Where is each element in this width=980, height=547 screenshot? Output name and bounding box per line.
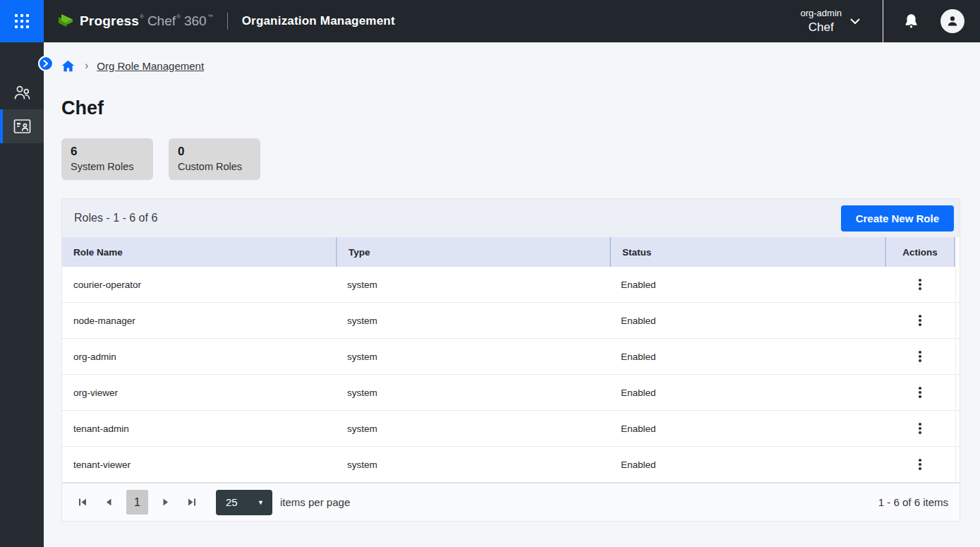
cell-role-name: org-admin — [62, 339, 336, 374]
column-header-actions: Actions — [885, 237, 955, 267]
page-size-select[interactable]: 25 ▼ — [216, 490, 272, 515]
next-page-button[interactable] — [157, 494, 174, 511]
current-page-button[interactable]: 1 — [126, 490, 148, 515]
chevron-right-icon — [43, 60, 49, 67]
first-page-button[interactable] — [74, 494, 91, 511]
user-avatar-icon — [946, 15, 959, 28]
cell-status: Enabled — [610, 339, 885, 374]
column-header-type: Type — [336, 237, 610, 267]
brand-edition: 360 — [184, 13, 207, 29]
row-actions-menu-button[interactable] — [913, 419, 927, 438]
roles-table-title: Roles - 1 - 6 of 6 — [74, 212, 157, 224]
app-title: Organization Management — [242, 14, 395, 28]
row-actions-menu-button[interactable] — [913, 311, 927, 330]
table-row: tenant-admin system Enabled — [62, 411, 960, 447]
page-size-value: 25 — [226, 496, 238, 508]
cell-role-name: org-viewer — [62, 375, 336, 410]
cell-status: Enabled — [610, 303, 885, 338]
sidebar-expand-button[interactable] — [38, 56, 54, 71]
select-caret-icon: ▼ — [258, 499, 264, 506]
page-title: Chef — [61, 97, 980, 119]
cell-type: system — [336, 375, 610, 410]
sidebar-item-users[interactable] — [0, 76, 44, 109]
cell-type: system — [336, 339, 610, 374]
table-row: org-admin system Enabled — [62, 339, 960, 375]
scrollbar-gutter — [955, 237, 960, 267]
row-actions-menu-button[interactable] — [913, 347, 927, 366]
column-header-role-name: Role Name — [62, 237, 336, 267]
cell-role-name: courier-operator — [62, 267, 336, 302]
chevron-down-icon[interactable] — [850, 18, 860, 25]
items-per-page-label: items per page — [280, 496, 350, 508]
breadcrumb-separator-icon: › — [85, 59, 88, 72]
cell-role-name: node-manager — [62, 303, 336, 338]
table-row: org-viewer system Enabled — [62, 375, 960, 411]
user-menu-button[interactable] — [940, 9, 964, 33]
custom-roles-count: 0 — [178, 145, 260, 159]
org-name-label: Chef — [809, 20, 834, 35]
first-page-icon — [78, 498, 87, 506]
table-header-row: Role Name Type Status Actions — [62, 237, 960, 267]
cell-role-name: tenant-admin — [62, 411, 336, 446]
bell-icon — [903, 13, 919, 30]
row-actions-menu-button[interactable] — [913, 455, 927, 474]
table-pagination-bar: 1 25 ▼ items per page 1 - 6 of 6 items — [62, 483, 960, 521]
cell-status: Enabled — [610, 447, 885, 482]
roles-table-toolbar: Roles - 1 - 6 of 6 Create New Role — [62, 199, 960, 237]
last-page-icon — [188, 498, 196, 506]
cell-status: Enabled — [610, 411, 885, 446]
cell-status: Enabled — [610, 375, 885, 410]
main-content: › Org Role Management Chef 6 System Role… — [44, 42, 980, 547]
org-role-label: org-admin — [800, 8, 842, 18]
breadcrumb-home-link[interactable] — [61, 60, 75, 72]
column-header-status: Status — [610, 237, 885, 267]
brand-progress-mark: ® — [140, 13, 144, 20]
pagination-range-label: 1 - 6 of 6 items — [878, 496, 948, 508]
cell-type: system — [336, 303, 610, 338]
last-page-button[interactable] — [183, 494, 200, 511]
brand-edition-mark: ™ — [207, 13, 213, 20]
org-switcher[interactable]: org-admin Chef — [800, 8, 842, 35]
previous-page-icon — [106, 498, 111, 506]
table-body: courier-operator system Enabled node-man… — [62, 267, 960, 483]
roles-table-card: Roles - 1 - 6 of 6 Create New Role Role … — [61, 198, 960, 522]
stat-cards: 6 System Roles 0 Custom Roles — [61, 138, 980, 180]
role-badge-icon — [13, 119, 31, 134]
app-launcher-button[interactable] — [0, 0, 44, 42]
previous-page-button[interactable] — [100, 494, 117, 511]
brand-progress: Progress — [80, 13, 139, 29]
header-vertical-divider — [883, 0, 883, 42]
row-actions-menu-button[interactable] — [913, 383, 927, 402]
apps-grid-icon — [15, 14, 29, 28]
users-icon — [13, 84, 32, 101]
system-roles-label: System Roles — [71, 161, 153, 172]
custom-roles-card: 0 Custom Roles — [169, 138, 260, 180]
header-divider — [227, 13, 228, 30]
cell-role-name: tenant-viewer — [62, 447, 336, 482]
next-page-icon — [163, 498, 169, 506]
brand-product-mark: ® — [176, 13, 181, 20]
table-row: node-manager system Enabled — [62, 303, 960, 339]
sidebar-item-org-roles[interactable] — [0, 109, 44, 143]
left-sidebar — [0, 42, 44, 547]
cell-status: Enabled — [610, 267, 885, 302]
custom-roles-label: Custom Roles — [178, 161, 260, 172]
brand-logo-lockup: Progress® Chef® 360™ — [56, 12, 213, 30]
notifications-button[interactable] — [903, 13, 919, 30]
breadcrumb-current-link[interactable]: Org Role Management — [97, 60, 204, 72]
top-header: Progress® Chef® 360™ Organization Manage… — [0, 0, 980, 42]
table-row: tenant-viewer system Enabled — [62, 447, 960, 483]
system-roles-card: 6 System Roles — [61, 138, 153, 180]
table-row: courier-operator system Enabled — [62, 267, 960, 303]
system-roles-count: 6 — [71, 145, 153, 159]
cell-type: system — [336, 411, 610, 446]
cell-type: system — [336, 267, 610, 302]
progress-logo-icon — [56, 12, 75, 30]
create-new-role-button[interactable]: Create New Role — [841, 205, 954, 232]
row-actions-menu-button[interactable] — [913, 275, 927, 294]
breadcrumb: › Org Role Management — [61, 56, 980, 75]
cell-type: system — [336, 447, 610, 482]
brand-product: Chef — [147, 13, 176, 29]
home-icon — [61, 60, 75, 72]
